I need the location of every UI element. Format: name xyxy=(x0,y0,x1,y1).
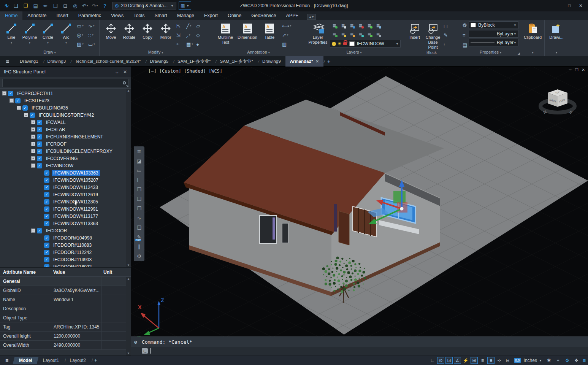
viewport-tool-button[interactable]: ∿ xyxy=(135,214,143,222)
tree-item[interactable]: ✓ IFCWINDOW#113177 xyxy=(0,213,131,220)
layer-tool-icon[interactable]: ≣ xyxy=(376,32,380,37)
property-type-icon[interactable]: ❂ xyxy=(463,22,467,28)
layer-tool-icon[interactable]: ≣ xyxy=(367,32,371,37)
linetype-combo[interactable]: ByLayer▼ xyxy=(469,39,518,46)
workspace-dropdown[interactable]: ⚙ 2D Drafting & Annota... ▼ xyxy=(112,2,176,10)
tree-expander[interactable]: − xyxy=(10,98,14,103)
tree-expander[interactable]: + xyxy=(31,156,35,160)
status-tool-icon[interactable]: ⚙ xyxy=(564,357,571,364)
layer-tool-icon[interactable]: ≣ xyxy=(367,23,371,29)
layer-tool-icon[interactable]: ≣ xyxy=(350,23,353,29)
qat-button[interactable]: ⊟ xyxy=(61,2,70,10)
tree-checkbox[interactable]: ✓ xyxy=(37,134,42,140)
minimize-button[interactable]: ─ xyxy=(552,1,564,10)
tree-checkbox[interactable]: ✓ xyxy=(37,127,42,132)
tree-item[interactable]: ✓ IFCWINDOW#112991 xyxy=(0,205,131,213)
modify-tool-button[interactable]: Rotate xyxy=(120,21,138,40)
tree-item[interactable]: + ✓ IFCCOVERING xyxy=(0,155,131,162)
annotation-tool-button[interactable]: A Multiline Text xyxy=(214,21,236,45)
viewport-tool-button[interactable]: ❒ xyxy=(135,186,143,193)
ribbon-tab[interactable]: GeoService xyxy=(246,11,281,20)
tree-checkbox[interactable]: ✓ xyxy=(44,214,49,219)
chevron-down-icon[interactable]: ▼ xyxy=(539,359,542,362)
tree-expander[interactable]: − xyxy=(31,163,35,168)
tree-expander[interactable]: − xyxy=(17,106,21,110)
tree-checkbox[interactable]: ✓ xyxy=(44,185,49,190)
drawing-utilities-button[interactable]: Drawi... xyxy=(547,21,566,40)
tree-checkbox[interactable]: ✓ xyxy=(44,264,49,268)
tree-checkbox[interactable]: ✓ xyxy=(44,221,49,226)
draw-small-tool[interactable]: ◎▾ xyxy=(77,32,88,38)
property-type-icon[interactable]: ≡ xyxy=(463,32,467,38)
tree-expander[interactable]: + xyxy=(31,127,35,132)
layer-tool-icon[interactable]: ≣ xyxy=(376,23,380,29)
status-menu-icon[interactable]: ≡ xyxy=(5,357,8,363)
layer-tool-icon[interactable]: ≣ xyxy=(332,32,336,37)
draw-small-tool[interactable]: ▨▾ xyxy=(77,41,88,47)
tree-item[interactable]: + ✓ IFCROOF xyxy=(0,140,131,148)
tree-scrollbar[interactable]: ▲▼ xyxy=(126,89,131,267)
draw-tool-button[interactable]: Arc▾ xyxy=(57,21,75,45)
tree-checkbox[interactable]: ✓ xyxy=(37,156,42,161)
tree-item[interactable]: − ✓ IFCBUILDING#35 xyxy=(0,104,131,111)
lineweight-combo[interactable]: ByLayer▼ xyxy=(469,30,518,38)
layout-tab[interactable]: Layout2 xyxy=(65,357,92,364)
ribbon-tab[interactable]: Insert xyxy=(51,11,73,20)
status-toggle-icon[interactable]: ∟ xyxy=(429,357,436,364)
panel-label[interactable]: Annotation ▾ xyxy=(212,49,305,56)
tree-item[interactable]: ✓ IFCWINDOW#112805 xyxy=(0,198,131,205)
tree-checkbox[interactable]: ✓ xyxy=(44,250,49,255)
modify-small-tool[interactable]: ▦▾ xyxy=(186,41,196,47)
tree-item[interactable]: − ✓ IFCWINDOW xyxy=(0,162,131,169)
document-tab[interactable]: Drawing1 xyxy=(15,56,43,67)
attribute-row[interactable]: GlobalID 3a3O7a5yK4GwVelz... xyxy=(0,286,131,295)
qat-button[interactable]: ↷▾ xyxy=(90,2,100,10)
qat-button[interactable]: ✏ xyxy=(41,2,50,10)
annotation-small-tool[interactable]: ↗▾ xyxy=(282,32,292,38)
viewport-tool-button[interactable]: ⚙ xyxy=(135,252,143,260)
close-icon[interactable]: ✕ xyxy=(315,59,319,63)
viewport-tool-button[interactable]: ◪ xyxy=(135,157,143,165)
modify-tool-button[interactable]: Mirror xyxy=(157,21,175,40)
status-toggle-icon[interactable]: ⊹ xyxy=(496,357,503,364)
viewport-tool-button[interactable]: ❑ xyxy=(135,224,143,231)
viewport-tool-button[interactable]: ≣ xyxy=(135,148,143,155)
tree-item[interactable]: ✓ IFCDOOR#112242 xyxy=(0,249,131,256)
layout-tab[interactable]: Layout1 xyxy=(38,357,65,364)
ribbon-tab[interactable]: Parametric xyxy=(73,11,106,20)
layer-tool-icon[interactable]: ≣ xyxy=(358,32,362,37)
attribute-row[interactable]: Description xyxy=(0,304,131,313)
status-toggle-icon[interactable]: ⊟ xyxy=(504,357,511,364)
tree-checkbox[interactable]: ✓ xyxy=(44,192,49,197)
document-tab[interactable]: Technical_school-current_m2024* xyxy=(70,56,145,67)
qat-button[interactable]: ◎ xyxy=(71,2,80,10)
auto-hide-pin-icon[interactable]: ↔ xyxy=(115,69,119,75)
color-combo[interactable]: ByBlock▼ xyxy=(469,21,518,29)
draw-small-tool[interactable]: ▭▾ xyxy=(77,23,88,29)
dialog-launcher-icon[interactable]: ◢ xyxy=(518,52,520,55)
document-tab[interactable]: SAM_1F-多专业* xyxy=(173,56,216,67)
tree-checkbox[interactable]: ✓ xyxy=(37,149,42,154)
draw-tool-button[interactable]: Circle▾ xyxy=(39,21,57,45)
ribbon-collapse-button[interactable]: ▴ ▾ xyxy=(307,14,316,20)
tree-item[interactable]: + ✓ IFCFURNISHINGELEMENT xyxy=(0,133,131,140)
drawing-viewport[interactable]: [−] [Custom] [Shaded] [WCS] ─ ❐ ✕ xyxy=(131,67,588,355)
draw-tool-button[interactable]: Polyline▾ xyxy=(21,21,39,45)
status-tool-icon[interactable]: ❖ xyxy=(573,357,580,364)
attribute-row[interactable]: Name Window 1 xyxy=(0,295,131,304)
qat-button[interactable]: ↶▾ xyxy=(81,2,90,10)
tree-item[interactable]: − ✓ IFCDOOR xyxy=(0,227,131,234)
tree-item[interactable]: + ✓ IFCBUILDINGELEMENTPROXY xyxy=(0,148,131,155)
panel-label[interactable]: ▾ xyxy=(521,49,544,56)
layer-combo[interactable]: ☀ IFCWINDOW ▼ xyxy=(330,40,401,48)
modify-small-tool[interactable]: ◞▾ xyxy=(186,32,196,38)
toolbox-button[interactable]: ▦ ▼ xyxy=(179,2,191,10)
annotation-small-tool[interactable]: ▥ xyxy=(282,41,292,47)
tree-item[interactable]: ✓ IFCDOOR#104998 xyxy=(0,234,131,241)
modify-small-tool[interactable]: ● xyxy=(196,41,206,47)
tree-checkbox[interactable]: ✓ xyxy=(44,257,49,262)
tree-expander[interactable]: + xyxy=(31,120,35,124)
qat-button[interactable]: ❑ xyxy=(51,2,60,10)
viewport-tool-button[interactable]: ⊢ xyxy=(135,176,143,184)
annotation-small-tool[interactable]: ⟷▾ xyxy=(282,23,292,29)
